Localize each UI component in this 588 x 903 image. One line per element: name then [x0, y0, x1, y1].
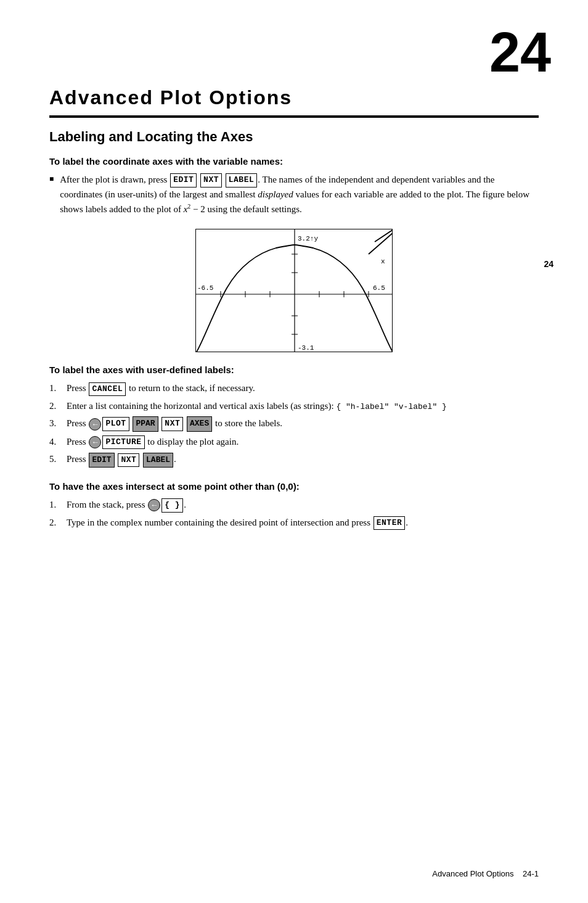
num-content-5: Press EDIT NXT LABEL.	[67, 452, 539, 468]
numbered-item-2-2: 2. Type in the complex number containing…	[49, 516, 539, 530]
key-picture: PICTURE	[102, 435, 144, 449]
plot-graph: 3.2↑y 6.5 -6.5 -3.1 x	[195, 229, 393, 352]
chapter-title: Advanced Plot Options	[49, 86, 539, 109]
key-label-2: LABEL	[143, 453, 173, 468]
footer-right: 24-1	[523, 869, 539, 878]
page-footer: Advanced Plot Options 24-1	[432, 869, 539, 878]
graph-x-min-label: -6.5	[197, 284, 213, 292]
num-content-2-1: From the stack, press ←{ }.	[67, 498, 539, 513]
graph-x-max-label: 6.5	[373, 284, 385, 292]
chapter-number: 24	[489, 25, 551, 80]
graph-container: 3.2↑y 6.5 -6.5 -3.1 x	[49, 229, 539, 352]
key-label-1: LABEL	[226, 173, 258, 187]
code-list: { "h-label" "v-label" }	[336, 402, 446, 411]
key-arrow-1: ←	[89, 418, 101, 431]
num-4: 4.	[49, 435, 67, 449]
num-2-1: 1.	[49, 498, 67, 512]
num-2-2: 2.	[49, 516, 67, 530]
subsection2-label: To label the axes with user-defined labe…	[49, 365, 539, 375]
key-nxt-2: NXT	[161, 417, 183, 431]
side-page-num: 24	[544, 259, 553, 269]
bullet-marker: ■	[49, 175, 54, 184]
key-arrow-3: ←	[148, 499, 160, 511]
num-content-1: Press CANCEL to return to the stack, if …	[67, 381, 539, 396]
key-axes: AXES	[187, 416, 212, 431]
num-content-3: Press ←PLOT PPAR NXT AXES to store the l…	[67, 416, 539, 432]
numbered-list-1: 1. Press CANCEL to return to the stack, …	[49, 381, 539, 468]
key-nxt-1: NXT	[200, 173, 222, 187]
key-curly: { }	[161, 498, 183, 512]
num-content-2: Enter a list containing the horizontal a…	[67, 399, 539, 413]
graph-x-label: x	[381, 258, 385, 265]
num-5: 5.	[49, 452, 67, 466]
subsection3-label: To have the axes intersect at some point…	[49, 481, 539, 492]
key-plot: PLOT	[102, 417, 129, 431]
num-content-4: Press ←PICTURE to display the plot again…	[67, 435, 539, 450]
page: 24 Advanced Plot Options Labeling and Lo…	[0, 0, 588, 903]
num-content-2-2: Type in the complex number containing th…	[67, 516, 539, 530]
bullet-content: After the plot is drawn, press EDIT NXT …	[60, 173, 539, 216]
title-rule	[49, 115, 539, 118]
key-edit-2: EDIT	[89, 453, 114, 468]
num-3: 3.	[49, 416, 67, 431]
numbered-item-3: 3. Press ←PLOT PPAR NXT AXES to store th…	[49, 416, 539, 432]
subsection1-label: To label the coordinate axes with the va…	[49, 156, 539, 167]
numbered-item-2-1: 1. From the stack, press ←{ }.	[49, 498, 539, 513]
graph-y-min-label: -3.1	[298, 344, 314, 352]
text-displayed: displayed	[258, 189, 293, 199]
key-enter: ENTER	[374, 516, 406, 530]
graph-y-max-label: 3.2↑y	[298, 235, 318, 242]
key-nxt-3: NXT	[118, 453, 139, 467]
bullet-item-1: ■ After the plot is drawn, press EDIT NX…	[49, 173, 539, 216]
num-1: 1.	[49, 381, 67, 395]
numbered-item-2: 2. Enter a list containing the horizonta…	[49, 399, 539, 413]
key-ppar: PPAR	[133, 416, 158, 431]
key-edit: EDIT	[170, 173, 197, 187]
section-heading: Labeling and Locating the Axes	[49, 129, 539, 145]
numbered-item-1: 1. Press CANCEL to return to the stack, …	[49, 381, 539, 396]
key-arrow-2: ←	[89, 436, 101, 448]
footer-left: Advanced Plot Options	[432, 869, 513, 878]
numbered-list-2: 1. From the stack, press ←{ }. 2. Type i…	[49, 498, 539, 530]
num-2: 2.	[49, 399, 67, 413]
numbered-item-5: 5. Press EDIT NXT LABEL.	[49, 452, 539, 468]
numbered-item-4: 4. Press ←PICTURE to display the plot ag…	[49, 435, 539, 450]
key-cancel: CANCEL	[89, 382, 126, 396]
